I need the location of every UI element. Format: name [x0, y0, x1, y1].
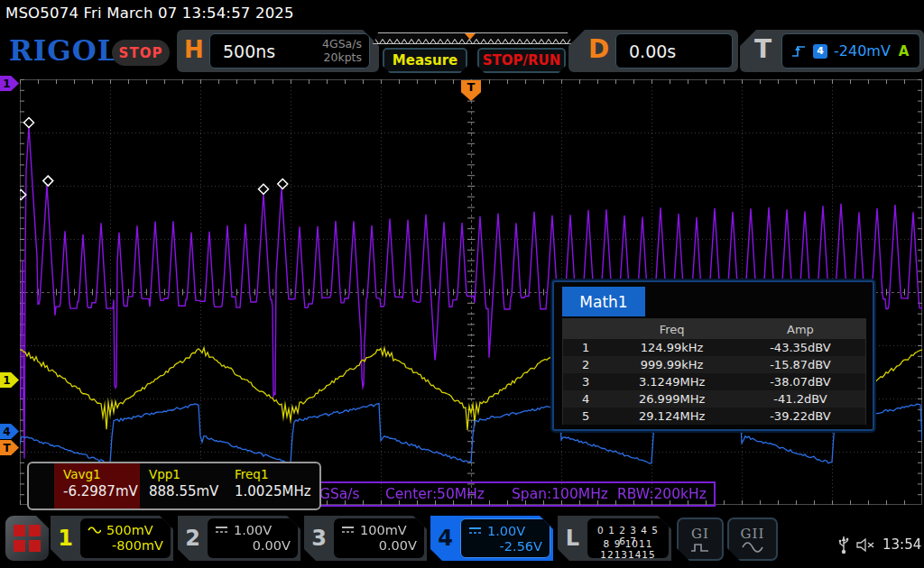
- trigger-mode: A: [899, 43, 910, 60]
- peak-freq: 3.1249MHz: [608, 375, 735, 389]
- channel-scale: 1.00V: [487, 524, 525, 538]
- peak-amp: -41.2dBV: [735, 392, 865, 406]
- delay-label: D: [588, 34, 609, 64]
- pulse-wave-icon: [690, 542, 710, 553]
- channel-settings-box: 100mV 0.00V: [334, 518, 424, 558]
- peak-index: 3: [563, 375, 608, 389]
- trigger-level-marker[interactable]: T: [0, 440, 19, 455]
- measurement-value: 1.0025MHz: [235, 483, 311, 499]
- channel-number: 1: [51, 526, 80, 551]
- fft-table-header: Freq Amp: [563, 319, 865, 339]
- channel-scale: 500mV: [106, 523, 153, 537]
- delay-box: 0.00s: [615, 33, 733, 69]
- channel-number: 3: [304, 526, 334, 551]
- channel-2-badge[interactable]: 2 1.00V 0.00V: [178, 516, 300, 561]
- measure-button[interactable]: Measure: [383, 48, 467, 73]
- rigol-logo: RIGOL: [9, 34, 118, 67]
- acquisition-state-badge[interactable]: STOP: [112, 40, 170, 66]
- math1-tab[interactable]: Math1: [562, 287, 645, 316]
- sine-wave-icon: [742, 542, 763, 553]
- rising-edge-trigger-icon: [791, 44, 807, 58]
- horizontal-settings-button[interactable]: H 500ns 4GSa/s 20kpts: [177, 30, 379, 72]
- fft-center-freq: Center:50MHz: [385, 486, 485, 502]
- logic-row-0-7: 0 1 2 3 4 5 6 7: [595, 525, 661, 538]
- fft-peak-row: 5 29.124MHz -39.22dBV: [563, 408, 865, 425]
- stop-run-button[interactable]: STOP/RUN: [477, 48, 566, 73]
- peak-freq: 999.99kHz: [608, 358, 735, 371]
- dc-coupling-icon: [215, 526, 228, 534]
- delay-settings-button[interactable]: D 0.00s: [568, 30, 738, 72]
- acquisition-info: 4GSa/s 20kpts: [322, 38, 362, 64]
- channel-3-badge[interactable]: 3 100mV 0.00V: [304, 516, 427, 561]
- channel-scale: 1.00V: [234, 523, 272, 537]
- channel-number: 2: [178, 526, 208, 551]
- measurement-item-vavg[interactable]: Vavg1 -6.2987mV: [54, 463, 140, 508]
- channel-offset: 0.00V: [341, 538, 417, 555]
- channel-settings-box: 500mV -800mV: [80, 518, 171, 558]
- peak-index: 1: [563, 341, 608, 354]
- fft-rbw: RBW:200kHz: [617, 486, 707, 502]
- math1-position-marker[interactable]: 1: [0, 76, 19, 91]
- channel-4-badge[interactable]: 4 1.00V -2.56V: [430, 516, 553, 561]
- fft-peak-table: Freq Amp 1 124.99kHz -43.35dBV 2 999.99k…: [562, 318, 866, 425]
- header-freq-col: Freq: [608, 323, 735, 336]
- measure-button-label: Measure: [393, 52, 457, 69]
- peak-amp: -39.22dBV: [735, 409, 865, 423]
- stop-run-button-label: STOP/RUN: [483, 52, 561, 69]
- channel-settings-box: 1.00V -2.56V: [460, 518, 550, 558]
- logic-label: L: [558, 526, 587, 551]
- generator-1-label: GI: [691, 526, 709, 542]
- ac-coupling-icon: [88, 526, 101, 534]
- overview-trigger-marker-icon: [465, 33, 476, 40]
- dc-coupling-icon: [468, 527, 482, 535]
- channel-number: 4: [430, 526, 460, 551]
- peak-index: 5: [563, 409, 608, 423]
- window-title: MSO5074 Fri March 07 13:54:57 2025: [5, 5, 294, 22]
- acquisition-state-label: STOP: [119, 45, 163, 61]
- generator-2-button[interactable]: GII: [727, 518, 778, 561]
- peak-index: 2: [563, 358, 608, 371]
- measurement-popup: Vavg1 -6.2987mV Vpp1 888.55mV Freq1 1.00…: [27, 462, 321, 510]
- fft-span: Span:100MHz: [512, 486, 608, 502]
- speaker-muted-icon[interactable]: [855, 537, 875, 553]
- trigger-box: 4 -240mV A: [781, 33, 920, 69]
- trigger-level-value: -240mV: [834, 42, 891, 60]
- logic-row-8-15: 8 9 1011 12131415: [595, 538, 661, 552]
- timebase-box: 500ns 4GSa/s 20kpts: [209, 33, 370, 69]
- generator-2-label: GII: [741, 526, 765, 542]
- channel-1-badge[interactable]: 1 500mV -800mV: [51, 516, 173, 561]
- measurement-item-freq[interactable]: Freq1 1.0025MHz: [226, 463, 311, 508]
- ch1-ground-marker[interactable]: 1: [0, 372, 19, 388]
- math1-popup: Math1 Freq Amp 1 124.99kHz -43.35dBV 2 9…: [552, 280, 874, 431]
- quick-menu-button[interactable]: [5, 516, 49, 561]
- grid-menu-icon: [14, 525, 41, 552]
- measurement-item-vpp[interactable]: Vpp1 888.55mV: [140, 463, 226, 508]
- trigger-label: T: [754, 34, 772, 64]
- delay-value: 0.00s: [629, 41, 676, 61]
- peak-freq: 124.99kHz: [608, 341, 735, 354]
- dc-coupling-icon: [341, 526, 355, 534]
- peak-amp: -38.07dBV: [735, 375, 865, 389]
- channel-offset: -2.56V: [468, 539, 542, 556]
- timebase-value: 500ns: [223, 41, 275, 61]
- generator-1-button[interactable]: GI: [677, 518, 724, 561]
- peak-index: 4: [563, 392, 608, 406]
- trigger-settings-button[interactable]: T 4 -240mV A: [740, 30, 924, 72]
- measurement-label: Vavg1: [63, 467, 140, 481]
- channel-offset: -800mV: [88, 538, 163, 555]
- measurement-value: -6.2987mV: [63, 483, 140, 499]
- logic-channels-badge[interactable]: L 0 1 2 3 4 5 6 7 8 9 1011 12131415: [558, 516, 671, 561]
- usb-icon: [837, 534, 850, 555]
- channel-offset: 0.00V: [215, 538, 291, 555]
- header-amp-col: Amp: [735, 323, 865, 336]
- oscilloscope-screen: MSO5074 Fri March 07 13:54:57 2025 RIGOL…: [0, 0, 924, 568]
- ch4-ground-marker[interactable]: 4: [0, 424, 19, 439]
- peak-amp: -43.35dBV: [735, 341, 865, 354]
- channel-settings-box: 1.00V 0.00V: [208, 518, 298, 558]
- memory-depth: 20kpts: [322, 51, 362, 64]
- fft-peak-row: 1 124.99kHz -43.35dBV: [563, 339, 865, 356]
- fft-peak-row: 3 3.1249MHz -38.07dBV: [563, 373, 865, 390]
- measurement-label: Vpp1: [149, 467, 226, 481]
- trigger-source-badge: 4: [813, 44, 827, 59]
- fft-sample-rate: GSa/s: [319, 486, 360, 502]
